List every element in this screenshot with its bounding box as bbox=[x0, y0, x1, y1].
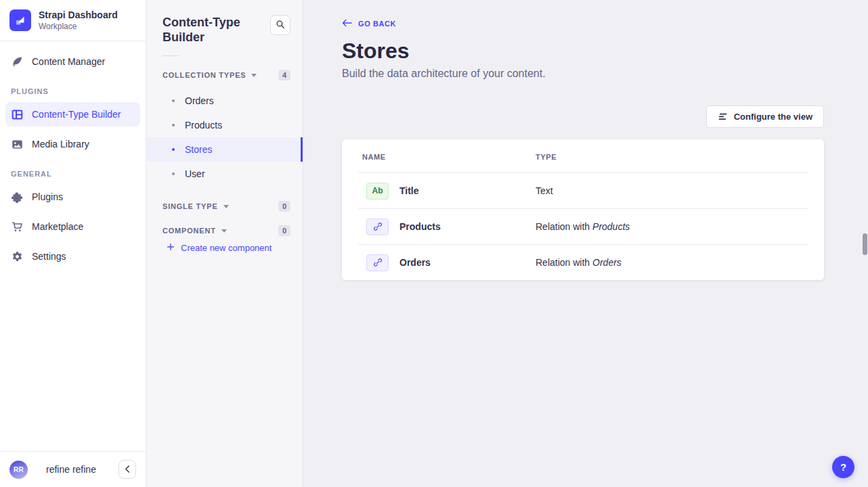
collection-type-label: User bbox=[185, 168, 205, 179]
main-sidebar: Strapi Dashboard Workplace Content Manag… bbox=[0, 0, 146, 487]
field-name-cell: Orders bbox=[366, 254, 536, 271]
subnav-divider bbox=[162, 55, 179, 56]
layout-grid-icon bbox=[11, 108, 23, 120]
collection-type-label: Products bbox=[185, 120, 222, 131]
create-new-component-label: Create new component bbox=[181, 243, 272, 253]
collection-type-products[interactable]: Products bbox=[146, 113, 303, 137]
avatar[interactable]: RR bbox=[9, 461, 28, 479]
shopping-cart-icon bbox=[11, 221, 23, 233]
table-row[interactable]: Orders Relation with Orders bbox=[342, 245, 824, 280]
table-row[interactable]: Products Relation with Products bbox=[342, 209, 824, 244]
text-field-type-icon: Ab bbox=[366, 183, 389, 200]
configure-view-label: Configure the view bbox=[734, 112, 812, 122]
subnav-title: Content-Type Builder bbox=[162, 15, 254, 45]
go-back-label: GO BACK bbox=[358, 20, 396, 28]
user-name: refine refine bbox=[46, 464, 118, 475]
field-type-cell: Relation with Orders bbox=[536, 257, 808, 268]
workspace-name: Strapi Dashboard bbox=[39, 9, 118, 20]
column-header-name: NAME bbox=[362, 153, 536, 161]
go-back-link[interactable]: GO BACK bbox=[342, 19, 396, 28]
gear-icon bbox=[11, 250, 23, 262]
single-type-label: SINGLE TYPE bbox=[162, 202, 218, 210]
scrollbar-track[interactable] bbox=[861, 0, 868, 487]
field-type-entity: Products bbox=[592, 221, 630, 232]
question-mark-icon: ? bbox=[840, 461, 846, 473]
app-root: Strapi Dashboard Workplace Content Manag… bbox=[0, 0, 868, 487]
plus-icon bbox=[167, 243, 175, 253]
sidebar-item-label: Media Library bbox=[32, 139, 89, 149]
create-new-component-link[interactable]: Create new component bbox=[146, 239, 303, 258]
collection-type-label: Stores bbox=[185, 144, 212, 155]
collection-type-user[interactable]: User bbox=[146, 162, 303, 186]
sidebar-item-label: Settings bbox=[32, 251, 66, 262]
table-header: NAME TYPE bbox=[342, 139, 824, 172]
sidebar-section-general: GENERAL bbox=[11, 170, 135, 178]
column-header-type: TYPE bbox=[536, 153, 808, 161]
sidebar-item-media-library[interactable]: Media Library bbox=[5, 132, 140, 156]
collection-types-count: 4 bbox=[278, 70, 290, 80]
fields-table-card: NAME TYPE Ab Title Text bbox=[342, 139, 824, 280]
workspace-brand[interactable]: Strapi Dashboard Workplace bbox=[0, 0, 146, 41]
component-label: COMPONENT bbox=[162, 227, 216, 235]
collection-type-label: Orders bbox=[185, 95, 214, 106]
collapse-sidebar-button[interactable] bbox=[118, 460, 136, 479]
field-type-cell: Relation with Products bbox=[536, 221, 808, 232]
feather-pen-icon bbox=[11, 55, 23, 68]
sidebar-section-plugins: PLUGINS bbox=[11, 87, 135, 95]
configure-view-button[interactable]: Configure the view bbox=[706, 106, 824, 128]
sidebar-item-label: Content-Type Builder bbox=[32, 109, 121, 120]
bullet-icon bbox=[172, 148, 175, 151]
image-icon bbox=[11, 138, 23, 150]
table-row[interactable]: Ab Title Text bbox=[342, 173, 824, 208]
single-type-count: 0 bbox=[278, 201, 290, 212]
chevron-down-icon bbox=[251, 74, 257, 77]
sidebar-item-label: Content Manager bbox=[32, 56, 105, 67]
bullet-icon bbox=[172, 124, 175, 126]
sidebar-item-content-type-builder[interactable]: Content-Type Builder bbox=[5, 102, 140, 126]
sidebar-item-plugins[interactable]: Plugins bbox=[5, 185, 140, 209]
component-header[interactable]: COMPONENT 0 bbox=[146, 218, 303, 239]
relation-field-type-icon bbox=[366, 218, 389, 235]
search-icon bbox=[276, 20, 285, 31]
sidebar-nav: Content Manager PLUGINS Content-Type Bui… bbox=[0, 41, 146, 451]
chevron-left-icon bbox=[125, 465, 131, 475]
page-title: Stores bbox=[342, 39, 824, 63]
sidebar-item-settings[interactable]: Settings bbox=[5, 244, 140, 269]
main-content: GO BACK Stores Build the data architectu… bbox=[303, 0, 868, 487]
layers-lines-icon bbox=[718, 112, 728, 122]
brand-text: Strapi Dashboard Workplace bbox=[39, 9, 118, 31]
field-type-entity: Orders bbox=[592, 257, 622, 268]
content-type-builder-subnav: Content-Type Builder COLLECTION TYPES 4 … bbox=[146, 0, 303, 487]
collection-types-list: Orders Products Stores User bbox=[146, 89, 303, 186]
collection-types-header[interactable]: COLLECTION TYPES 4 bbox=[146, 63, 303, 87]
collection-types-label: COLLECTION TYPES bbox=[162, 71, 246, 79]
search-button[interactable] bbox=[270, 15, 290, 35]
strapi-logo-icon bbox=[9, 9, 31, 31]
sidebar-item-content-manager[interactable]: Content Manager bbox=[5, 49, 140, 74]
field-name: Products bbox=[399, 221, 441, 232]
sidebar-footer: RR refine refine bbox=[0, 451, 146, 487]
single-type-header[interactable]: SINGLE TYPE 0 bbox=[146, 194, 303, 218]
collection-type-orders[interactable]: Orders bbox=[146, 89, 303, 113]
component-count: 0 bbox=[278, 225, 290, 236]
field-name: Orders bbox=[399, 257, 431, 268]
chevron-down-icon bbox=[221, 229, 227, 233]
sidebar-item-marketplace[interactable]: Marketplace bbox=[5, 214, 140, 239]
workspace-subtitle: Workplace bbox=[39, 22, 118, 31]
field-name: Title bbox=[399, 185, 419, 196]
relation-field-type-icon bbox=[366, 254, 389, 271]
actions-bar: Configure the view bbox=[342, 106, 824, 128]
arrow-left-icon bbox=[342, 19, 352, 28]
collection-type-stores[interactable]: Stores bbox=[146, 137, 303, 162]
field-type-text: Relation with bbox=[536, 221, 592, 232]
bullet-icon bbox=[172, 172, 175, 175]
scrollbar-thumb[interactable] bbox=[863, 233, 867, 255]
help-button[interactable]: ? bbox=[832, 456, 854, 478]
sidebar-item-label: Marketplace bbox=[32, 221, 83, 232]
field-name-cell: Ab Title bbox=[366, 183, 536, 200]
field-type-text: Relation with bbox=[536, 257, 592, 268]
field-name-cell: Products bbox=[366, 218, 536, 235]
chevron-down-icon bbox=[223, 205, 229, 208]
subnav-header: Content-Type Builder bbox=[146, 0, 303, 45]
sidebar-item-label: Plugins bbox=[32, 191, 63, 202]
